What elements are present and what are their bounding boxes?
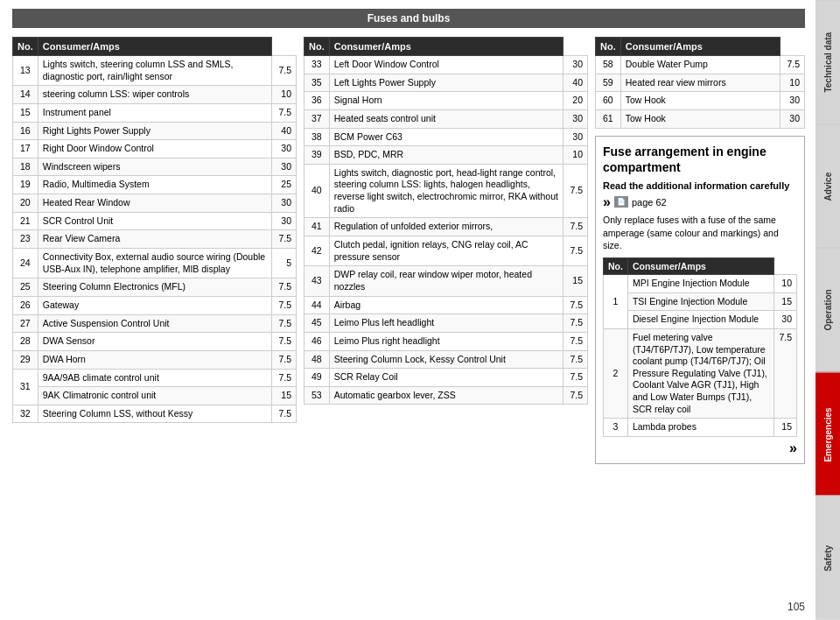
row-no: 18 [13,158,38,176]
row-no: 60 [596,92,621,110]
table-row: 43DWP relay coil, rear window wiper moto… [304,266,588,296]
table-row: 15Instrument panel7.5 [13,103,297,122]
row-amps: 10 [564,146,588,165]
row-amps: 30 [780,109,805,128]
table-row: 29DWA Horn7.5 [13,350,297,369]
row-desc: steering column LSS: wiper controls [38,86,271,104]
row-amps: 30 [564,56,588,74]
row-amps: 7.5 [272,278,297,297]
table-row: 17Right Door Window Control30 [13,140,297,159]
table-row: 45Leimo Plus left headlight7.5 [304,314,588,333]
row-amps: 30 [780,92,805,110]
table-row: 35Left Lights Power Supply40 [304,74,588,92]
table-row: 61Tow Hook30 [596,109,805,128]
table-row: 19Radio, Multimedia System25 [13,176,297,194]
row-no: 53 [304,386,330,405]
table2-header-consumer: Consumer/Amps [329,38,563,56]
row-amps: 7.5 [272,103,297,122]
row-no: 59 [596,74,621,92]
row-amps: 10 [272,86,297,104]
page-title: Fuses and bulbs [12,9,805,28]
row-desc: 9AA/9AB climate control unit [38,369,271,387]
sidebar-item-technical-data[interactable]: Technical data [816,0,840,124]
row-desc: Radio, Multimedia System [38,176,271,194]
row-amps: 30 [564,109,588,128]
table-row: 319AA/9AB climate control unit7.5 [13,369,297,387]
table2-section: No. Consumer/Amps 33Left Door Window Con… [304,37,588,611]
row-desc: Lights switch, diagnostic port, head-lig… [329,164,563,218]
row-no: 38 [304,128,330,146]
sidebar-item-advice[interactable]: Advice [816,124,840,249]
table-row: 42Clutch pedal, ignition relays, CNG rel… [304,236,588,266]
table-row: 27Active Suspension Control Unit7.5 [13,314,297,333]
row-desc: Steering Column LSS, without Kessy [38,405,271,423]
row-no: 58 [596,56,621,74]
row-amps: 7.5 [774,328,797,418]
sidebar-item-emergencies[interactable]: Emergencies [816,372,840,497]
row-no: 41 [304,218,330,236]
table-row: 9AK Climatronic control unit15 [13,387,297,405]
row-amps: 7.5 [564,236,588,266]
row-desc: Instrument panel [38,103,271,122]
row-desc: Fuel metering valve (TJ4/T6P/TJ7), Low t… [627,328,774,418]
table1-header-consumer: Consumer/Amps [38,38,271,56]
row-desc: Diesel Engine Injection Module [627,311,774,329]
row-amps: 30 [774,311,797,329]
row-desc: 9AK Climatronic control unit [38,387,271,405]
page-icon: 📄 [614,196,628,208]
table-row: 26Gateway7.5 [13,296,297,314]
row-no: 20 [13,194,38,213]
table-row: 1MPI Engine Injection Module10 [604,275,797,293]
row-amps: 30 [272,158,297,176]
row-no: 21 [13,212,38,230]
row-desc: Left Lights Power Supply [329,74,563,92]
row-amps: 20 [564,92,588,110]
table-row: 46Leimo Plus right headlight7.5 [304,332,588,350]
table-row: 20Heated Rear Window30 [13,194,297,213]
table1-header-no: No. [13,38,38,56]
table-row: 25Steering Column Electronics (MFL)7.5 [13,278,297,297]
row-amps: 7.5 [272,56,297,86]
row-no: 33 [304,56,330,74]
table-row: 44Airbag7.5 [304,296,588,314]
row-no: 26 [13,296,38,314]
row-amps: 15 [774,292,797,311]
table-row: 49SCR Relay Coil7.5 [304,369,588,387]
sidebar-item-operation[interactable]: Operation [816,248,840,372]
table-row: 53Automatic gearbox lever, ZSS7.5 [304,386,588,405]
table3-header-consumer: Consumer/Amps [620,38,780,56]
table-row: 58Double Water Pump7.5 [596,56,805,74]
row-desc: Right Door Window Control [38,140,271,159]
row-no: 45 [304,314,330,333]
row-amps: 30 [272,140,297,159]
right-panel: No. Consumer/Amps 58Double Water Pump7.5… [595,37,805,611]
row-amps: 10 [780,74,805,92]
fuse-info-title: Fuse arrangement in engine compartment [603,144,797,175]
row-amps: 7.5 [564,369,588,387]
row-desc: Steering Column Lock, Kessy Control Unit [329,350,563,369]
row-amps: 7.5 [272,350,297,369]
row-desc: Tow Hook [620,92,780,110]
row-amps: 7.5 [564,296,588,314]
row-no: 19 [13,176,38,194]
row-desc: Lambda probes [627,419,774,437]
row-no: 25 [13,278,38,297]
row-amps: 30 [272,212,297,230]
row-amps: 7.5 [272,333,297,351]
row-amps: 40 [272,122,297,140]
table-row: 23Rear View Camera7.5 [13,230,297,249]
table-row: 39BSD, PDC, MRR10 [304,146,588,165]
sidebar: Technical data Advice Operation Emergenc… [816,0,840,620]
sidebar-item-safety[interactable]: Safety [816,496,840,620]
row-no: 48 [304,350,330,369]
table-row: 13Lights switch, steering column LSS and… [13,56,297,86]
row-desc: Heated rear view mirrors [620,74,780,92]
row-no: 39 [304,146,330,165]
fuse-table-2: No. Consumer/Amps 33Left Door Window Con… [304,37,588,405]
table-row: 60Tow Hook30 [596,92,805,110]
row-desc: SCR Control Unit [38,212,271,230]
row-amps: 7.5 [564,218,588,236]
row-no: 43 [304,266,330,296]
row-desc: Leimo Plus right headlight [329,332,563,350]
end-arrow: » [603,440,797,456]
